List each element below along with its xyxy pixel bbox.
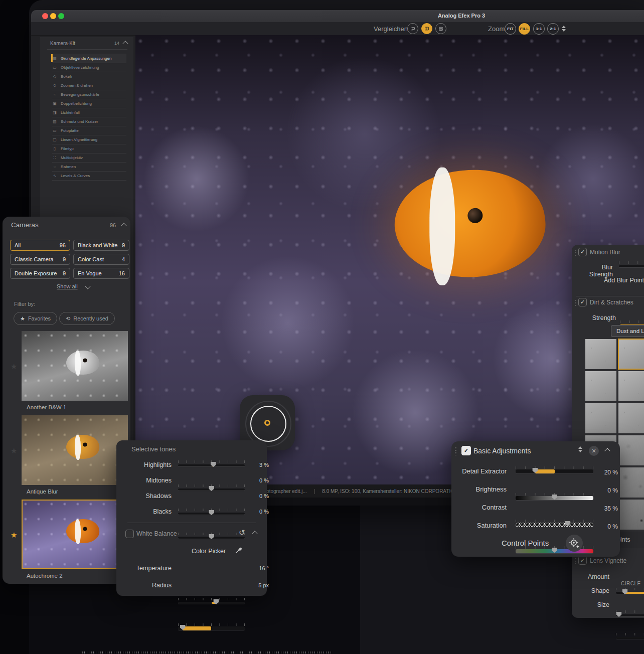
- star-icon: ★: [20, 315, 25, 322]
- texture-swatch-selected[interactable]: [618, 339, 644, 369]
- compare-label: Vergleichen: [374, 25, 408, 33]
- texture-swatch[interactable]: [618, 403, 644, 433]
- zoom-1-1-button[interactable]: 1:1: [533, 23, 545, 35]
- texture-swatch[interactable]: [585, 371, 616, 401]
- sidebar-item-levels-curves[interactable]: ∿Levels & Curves: [52, 171, 126, 181]
- texture-swatch[interactable]: [618, 435, 644, 465]
- sidebar-item-grundlegende-anpassungen[interactable]: ▦Grundlegende Anpassungen: [52, 54, 126, 63]
- zoom-fill-button[interactable]: FILL: [519, 23, 530, 35]
- filter-all-button[interactable]: All96: [10, 240, 70, 251]
- filter-en-vogue-button[interactable]: En Vogue16: [73, 268, 129, 279]
- cameras-collapse-chevron-icon[interactable]: [121, 223, 126, 228]
- divider: [127, 523, 256, 523]
- favorites-pill[interactable]: ★ Favorites: [14, 312, 57, 325]
- show-all-link[interactable]: Show all: [57, 283, 78, 289]
- photo-canvas[interactable]: [135, 35, 644, 484]
- divider: [576, 296, 644, 296]
- filter-double-exposure-button[interactable]: Double Exposure9: [10, 268, 70, 279]
- blur-center-handle[interactable]: [264, 420, 270, 426]
- sidebar-item-schmutz-kratzer[interactable]: ▨Schmutz und Kratzer: [52, 117, 126, 126]
- sidebar-item-rahmen[interactable]: ◌Rahmen: [52, 162, 126, 172]
- reorder-down-icon: [578, 450, 582, 452]
- dust-and-lines-button[interactable]: Dust and Lin: [611, 325, 644, 337]
- add-blur-point-button[interactable]: Add Blur Point: [604, 277, 644, 284]
- sidebar-item-bewegungsunschaerfe[interactable]: ≈Bewegungsunschärfe: [52, 90, 126, 99]
- white-balance-collapse-chevron-icon[interactable]: [252, 531, 257, 536]
- highlights-slider[interactable]: [178, 460, 245, 469]
- compare-split-button[interactable]: [421, 23, 432, 34]
- vignette-size-slider[interactable]: [616, 633, 644, 641]
- reorder-icon[interactable]: [578, 446, 582, 452]
- sidebar-item-multiobjektiv[interactable]: ∷Multiobjektiv: [52, 153, 126, 162]
- drag-handle-icon[interactable]: [575, 558, 576, 565]
- sidebar-item-doppelbelichtung[interactable]: ▣Doppelbelichtung: [52, 99, 126, 108]
- sidebar-item-fotoplatte[interactable]: ▭Fotoplatte: [52, 126, 126, 135]
- filter-black-white-button[interactable]: Black and White9: [73, 240, 129, 251]
- blur-strength-slider[interactable]: [619, 261, 644, 270]
- saturation-slider[interactable]: [516, 546, 593, 555]
- fullscreen-button[interactable]: [58, 13, 64, 19]
- contrast-slider[interactable]: [516, 520, 593, 528]
- temperature-slider[interactable]: [178, 598, 245, 606]
- preset-star-icon-active[interactable]: ★: [11, 531, 17, 540]
- lens-vignette-checkbox[interactable]: ✓: [578, 556, 587, 565]
- slider-track: [516, 523, 593, 527]
- drag-handle-icon[interactable]: [575, 250, 576, 257]
- thumb-fish-stripe: [75, 351, 81, 376]
- basic-adjustments-checkbox[interactable]: ✓: [461, 446, 471, 455]
- filter-classic-camera-button[interactable]: Classic Camera9: [10, 254, 70, 265]
- preset-thumb-autochrome-2[interactable]: [22, 500, 128, 569]
- eyedropper-icon[interactable]: [235, 546, 243, 556]
- reset-icon[interactable]: ↺: [239, 528, 245, 537]
- light-leak-icon: ◨: [52, 110, 57, 115]
- close-button[interactable]: [42, 13, 48, 19]
- shadows-slider[interactable]: [178, 509, 245, 517]
- sidebar-item-filmtyp[interactable]: ▯Filmtyp: [52, 144, 126, 153]
- preset-star-icon[interactable]: ★: [11, 362, 17, 371]
- preset-star-icon[interactable]: ★: [11, 446, 17, 455]
- drag-handle-icon[interactable]: [455, 447, 456, 455]
- texture-swatch[interactable]: [585, 403, 616, 433]
- vignette-shape-slider[interactable]: [616, 610, 644, 619]
- compare-side-by-side-button[interactable]: [407, 23, 418, 34]
- sidebar-item-zoomen-drehen[interactable]: ↻Zoomen & drehen: [52, 81, 126, 90]
- brightness-slider[interactable]: [516, 493, 593, 502]
- texture-swatch[interactable]: [618, 467, 644, 498]
- basic-collapse-chevron-icon[interactable]: [604, 448, 610, 453]
- dirt-scratches-checkbox[interactable]: ✓: [578, 298, 587, 306]
- preset-thumb-another-bw-1[interactable]: [22, 331, 128, 401]
- radius-slider[interactable]: [178, 623, 245, 632]
- add-control-point-button[interactable]: [566, 535, 583, 552]
- preset-thumb-antique-blur[interactable]: [22, 415, 128, 485]
- zoom-2-1-button[interactable]: 2:1: [547, 23, 559, 35]
- motion-blur-checkbox[interactable]: ✓: [578, 248, 587, 256]
- sidebar-item-bokeh[interactable]: ◇Bokeh: [52, 72, 126, 81]
- zoom-fit-button[interactable]: FIT: [505, 23, 516, 35]
- detail-extractor-slider[interactable]: [516, 466, 593, 475]
- compare-stacked-button[interactable]: [435, 23, 446, 34]
- blacks-slider[interactable]: [178, 533, 245, 541]
- sidebar-collapse-chevron-icon[interactable]: [122, 41, 128, 46]
- temperature-label: Temperature: [116, 565, 172, 572]
- drag-handle-icon[interactable]: [575, 300, 576, 307]
- sidebar-count: 14: [114, 41, 119, 46]
- midtones-slider[interactable]: [178, 484, 245, 493]
- vignette-amount-slider[interactable]: [616, 588, 644, 596]
- texture-swatch[interactable]: [585, 339, 616, 369]
- recently-used-pill[interactable]: ⟲ Recently used: [59, 312, 115, 325]
- minimize-button[interactable]: [50, 13, 56, 19]
- texture-swatch[interactable]: [618, 500, 644, 530]
- filter-color-cast-button[interactable]: Color Cast4: [73, 254, 129, 265]
- sidebar-item-lichteinfall[interactable]: ◨Lichteinfall: [52, 108, 126, 117]
- slider-ticks: [616, 633, 644, 635]
- clownfish: [390, 162, 551, 285]
- white-balance-checkbox[interactable]: [125, 530, 134, 538]
- fish-eye: [467, 207, 484, 224]
- texture-swatch[interactable]: [618, 371, 644, 401]
- show-all-chevron-icon[interactable]: [85, 283, 90, 289]
- sidebar-item-linsen-vignettierung[interactable]: ▢Linsen-Vignettierung: [52, 135, 126, 144]
- zoom-stepper[interactable]: [562, 26, 566, 32]
- remove-panel-icon[interactable]: ✕: [589, 446, 599, 456]
- sidebar-item-objektivverzeichnung[interactable]: ▭Objektivverzeichnung: [52, 63, 126, 72]
- thumb-fish: [65, 433, 101, 461]
